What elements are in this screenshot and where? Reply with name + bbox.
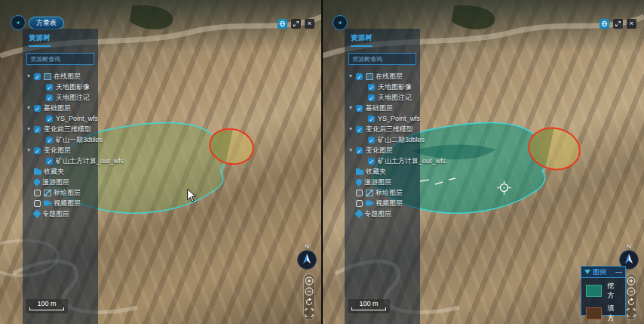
layer-tree-item[interactable]: ▾✓基础图层: [345, 103, 420, 113]
layer-tree-item[interactable]: 视频图层: [23, 198, 98, 208]
zoom-out-icon[interactable]: [305, 287, 314, 296]
layer-tree-item[interactable]: ✓矿山二期3dtiles: [345, 134, 420, 145]
layer-tree-item[interactable]: ▾✓在线图层: [345, 71, 420, 82]
layer-tree-item[interactable]: ▾✓变化图层: [23, 145, 98, 156]
layer-checkbox[interactable]: [356, 190, 363, 196]
layer-checkbox[interactable]: ✓: [34, 73, 41, 80]
layer-tree-item[interactable]: 漫游图层: [345, 177, 420, 187]
scale-bar: 100 m: [26, 299, 68, 313]
layer-tree-item[interactable]: ▾✓变化图层: [345, 145, 420, 156]
search-input[interactable]: [348, 53, 416, 65]
app-window: 方量表 × 资源树 ▾✓在线图层✓天地图影像✓天地图注记▾✓基础图层✓YS_P: [0, 0, 644, 324]
layer-checkbox[interactable]: ✓: [356, 126, 363, 133]
layer-checkbox[interactable]: [34, 200, 41, 207]
filter-icon: [584, 270, 590, 274]
layer-tree-item[interactable]: ✓天地图影像: [345, 82, 420, 92]
speaker-tool-button[interactable]: [333, 15, 348, 30]
layer-checkbox[interactable]: ✓: [34, 105, 41, 112]
layer-tree-item[interactable]: ✓天地图影像: [23, 82, 98, 92]
compass[interactable]: N: [296, 243, 317, 270]
layer-tree-item[interactable]: ✓矿山一期3dtiles: [23, 134, 98, 145]
view-divider: [321, 0, 323, 324]
layer-checkbox[interactable]: ✓: [46, 137, 53, 143]
layer-label: 变化图层: [366, 145, 393, 156]
zoom-out-icon[interactable]: [627, 287, 636, 296]
layer-tree-item[interactable]: ▾✓在线图层: [23, 71, 98, 82]
search-input[interactable]: [26, 53, 94, 65]
layers-icon: [44, 73, 51, 80]
legend-minimize-button[interactable]: —: [615, 268, 622, 276]
layer-tree-item[interactable]: ✓矿山土方计算_out_wfs: [23, 156, 98, 166]
layer-tree-item[interactable]: ▾✓基础图层: [23, 103, 98, 113]
globe-button[interactable]: [278, 19, 287, 29]
caret-icon[interactable]: ▾: [27, 124, 34, 134]
layer-checkbox[interactable]: [34, 190, 41, 196]
layer-tree-item[interactable]: 专题图层: [345, 208, 420, 219]
layer-tree-item[interactable]: ✓天地图注记: [23, 92, 98, 103]
compass-needle-icon: [298, 251, 316, 269]
layer-checkbox[interactable]: ✓: [368, 116, 375, 122]
layer-checkbox[interactable]: ✓: [34, 126, 41, 133]
layer-checkbox[interactable]: ✓: [46, 84, 53, 91]
view-window-buttons: ×: [278, 19, 314, 29]
layer-tree-item[interactable]: ✓天地图注记: [345, 92, 420, 103]
layer-tree-item[interactable]: ▾✓变化前三维模型: [23, 124, 98, 134]
layer-tree-item[interactable]: ▾✓变化后三维模型: [345, 124, 420, 134]
caret-icon[interactable]: ▾: [27, 71, 34, 82]
caret-icon[interactable]: ▾: [27, 103, 34, 113]
scale-bar: 100 m: [348, 299, 390, 313]
layer-tree-item[interactable]: ✓YS_Point_wfs: [345, 113, 420, 124]
layer-checkbox[interactable]: ✓: [34, 147, 41, 154]
reset-view-icon[interactable]: [627, 298, 636, 307]
layer-checkbox[interactable]: ✓: [46, 116, 53, 122]
legend-items: 挖方填方: [581, 278, 625, 323]
layer-tree-item[interactable]: ✓YS_Point_wfs: [23, 113, 98, 124]
layer-tree-item[interactable]: 收藏夹: [345, 166, 420, 177]
reset-view-icon[interactable]: [305, 298, 314, 307]
layer-checkbox[interactable]: ✓: [356, 105, 363, 112]
layer-tree-item[interactable]: 标绘图层: [345, 187, 420, 198]
caret-icon[interactable]: ▾: [349, 124, 356, 134]
layer-checkbox[interactable]: ✓: [368, 158, 375, 165]
layer-label: 漫游图层: [42, 177, 69, 187]
layer-checkbox[interactable]: ✓: [46, 94, 53, 101]
layer-tree-item[interactable]: 视频图层: [345, 198, 420, 208]
layer-tree: ▾✓在线图层✓天地图影像✓天地图注记▾✓基础图层✓YS_Point_wfs▾✓变…: [345, 71, 420, 219]
fullscreen-icon[interactable]: [305, 308, 314, 317]
map-view-before[interactable]: 方量表 × 资源树 ▾✓在线图层✓天地图影像✓天地图注记▾✓基础图层✓YS_P: [0, 0, 322, 324]
map-view-after[interactable]: × 资源树 ▾✓在线图层✓天地图影像✓天地图注记▾✓基础图层✓YS_Point_…: [322, 0, 644, 324]
layer-checkbox[interactable]: ✓: [368, 84, 375, 91]
layer-checkbox[interactable]: ✓: [356, 147, 363, 154]
close-button[interactable]: ×: [305, 19, 314, 29]
caret-icon[interactable]: ▾: [27, 145, 34, 156]
close-button[interactable]: ×: [627, 19, 636, 29]
layer-label: 专题图层: [364, 208, 391, 219]
layer-tree-item[interactable]: 标绘图层: [23, 187, 98, 198]
layer-checkbox[interactable]: ✓: [368, 94, 375, 101]
layer-checkbox[interactable]: ✓: [356, 73, 363, 80]
layer-label: 专题图层: [42, 208, 69, 219]
caret-icon[interactable]: ▾: [349, 71, 356, 82]
layer-tree-item[interactable]: 专题图层: [23, 208, 98, 219]
speaker-tool-button[interactable]: [11, 15, 26, 30]
expand-button[interactable]: [613, 19, 623, 29]
tab-resource-tree[interactable]: 资源树: [351, 33, 373, 47]
fullscreen-icon[interactable]: [627, 308, 636, 317]
zoom-in-icon[interactable]: [305, 276, 314, 285]
legend-header[interactable]: 图例 —: [581, 267, 625, 278]
layer-label: 标绘图层: [54, 187, 81, 198]
tab-resource-tree[interactable]: 资源树: [29, 33, 51, 47]
layer-tree-item[interactable]: 收藏夹: [23, 166, 98, 177]
volume-table-button[interactable]: 方量表: [29, 17, 64, 29]
caret-icon[interactable]: ▾: [349, 145, 356, 156]
expand-button[interactable]: [291, 19, 301, 29]
layer-label: 收藏夹: [366, 166, 386, 177]
layer-checkbox[interactable]: ✓: [368, 137, 375, 143]
zoom-in-icon[interactable]: [627, 276, 636, 285]
layer-checkbox[interactable]: ✓: [46, 158, 53, 165]
layer-tree-item[interactable]: ✓矿山土方计算_out_wfs: [345, 156, 420, 166]
caret-icon[interactable]: ▾: [349, 103, 356, 113]
globe-button[interactable]: [600, 19, 609, 29]
layer-tree-item[interactable]: 漫游图层: [23, 177, 98, 187]
layer-checkbox[interactable]: [356, 200, 363, 207]
